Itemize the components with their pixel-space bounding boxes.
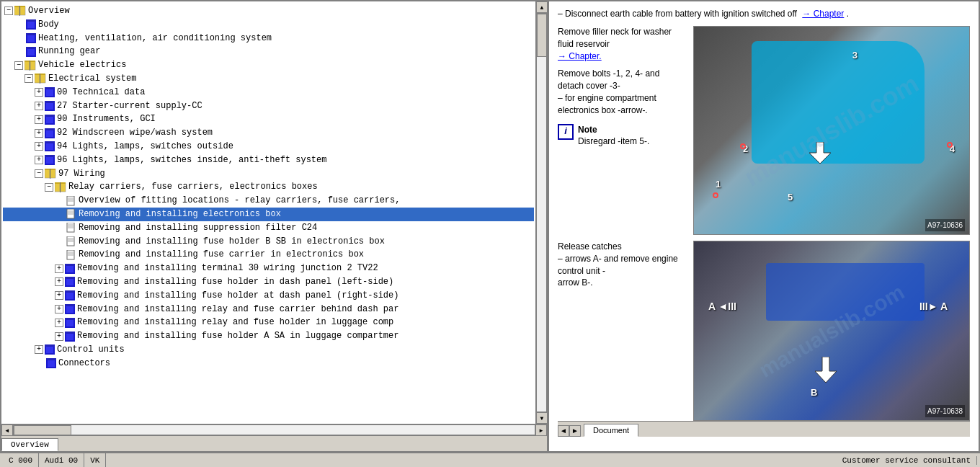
blue-icon-00-tech bbox=[45, 87, 55, 97]
expand-icon-removing-fuse-left[interactable]: + bbox=[55, 277, 63, 286]
tree-label-94-lights-out: 94 Lights, lamps, switches outside bbox=[57, 141, 233, 153]
blue-icon-removing-relay-lug bbox=[65, 318, 75, 328]
tree-item-relay-carriers[interactable]: − Relay carriers, fuse carriers, electro… bbox=[3, 180, 534, 194]
doc-icon-removing-elec-box bbox=[66, 209, 76, 219]
tree-item-removing-relay-lug[interactable]: + Removing and installing relay and fuse… bbox=[3, 316, 534, 329]
tree-item-96-lights-in[interactable]: + 96 Lights, lamps, switches inside, ant… bbox=[3, 154, 534, 167]
scroll-right-button[interactable]: ► bbox=[535, 424, 547, 436]
step1-link[interactable]: → Chapter. bbox=[558, 51, 602, 61]
tree-item-running[interactable]: Running gear bbox=[3, 45, 534, 58]
tree-item-removing-fuse-carrier[interactable]: Removing and installing fuse carrier in … bbox=[3, 248, 534, 262]
svg-rect-60 bbox=[67, 223, 74, 232]
tree-item-removing-fuse-right[interactable]: + Removing and installing fuse holder at… bbox=[3, 289, 534, 303]
expand-icon-relay-carriers[interactable]: − bbox=[45, 183, 53, 192]
tree-item-97-wiring[interactable]: − 97 Wiring bbox=[3, 167, 534, 181]
svg-rect-41 bbox=[45, 155, 55, 157]
expand-icon-96-lights-in[interactable]: + bbox=[35, 156, 43, 164]
note-icon: i bbox=[558, 124, 574, 140]
engine-image-bottom: A ◄III III► A B A97-10638 manualslib.com bbox=[693, 241, 970, 421]
tree-item-27-starter[interactable]: + 27 Starter-current supply-CC bbox=[3, 99, 534, 113]
tree-item-elec-system[interactable]: − Electrical system bbox=[3, 72, 534, 86]
bolt-marker-2 bbox=[740, 143, 746, 149]
svg-rect-92 bbox=[45, 344, 55, 347]
tree-item-90-inst[interactable]: + 90 Instruments, GCI bbox=[3, 112, 534, 126]
book-icon-relay-carriers bbox=[55, 182, 66, 192]
expand-icon-removing-relay-dash[interactable]: + bbox=[55, 305, 63, 313]
tree-label-removing-fuse-carrier: Removing and installing fuse carrier in … bbox=[79, 249, 364, 261]
tree-item-92-wiper[interactable]: + 92 Windscreen wipe/wash system bbox=[3, 126, 534, 140]
expand-icon-elec-system[interactable]: − bbox=[24, 74, 33, 83]
expand-icon-92-wiper[interactable]: + bbox=[35, 129, 43, 138]
svg-rect-25 bbox=[46, 89, 53, 96]
tree-item-removing-suppress[interactable]: Removing and installing suppression filt… bbox=[3, 221, 534, 235]
tree-label-connectors: Connectors bbox=[58, 357, 110, 370]
nav-controls: ◄ ► bbox=[558, 425, 581, 437]
expand-icon-94-lights-out[interactable]: + bbox=[35, 142, 43, 151]
tree-label-removing-elec-box: Removing and installing electronics box bbox=[79, 208, 281, 221]
chapter-link[interactable]: → Chapter bbox=[802, 9, 844, 19]
tree-label-body: Body bbox=[38, 19, 59, 31]
vertical-scrollbar[interactable]: ▲ ▼ bbox=[535, 1, 547, 424]
scroll-down-button[interactable]: ▼ bbox=[536, 412, 547, 424]
svg-rect-16 bbox=[24, 61, 30, 62]
horizontal-scrollbar[interactable]: ◄ ► bbox=[1, 424, 547, 435]
scroll-thumb[interactable] bbox=[537, 14, 547, 57]
tree-item-overview[interactable]: − Overview bbox=[3, 4, 534, 18]
scroll-track bbox=[536, 13, 547, 412]
svg-rect-79 bbox=[66, 292, 74, 299]
expand-icon-removing-fuse-right[interactable]: + bbox=[55, 291, 63, 300]
tab-overview[interactable]: Overview bbox=[1, 438, 58, 451]
expand-icon-removing-relay-lug[interactable]: + bbox=[55, 319, 63, 327]
nav-prev-button[interactable]: ◄ bbox=[558, 425, 569, 437]
scroll-left-button[interactable]: ◄ bbox=[1, 424, 13, 436]
tree-label-control-units: Control units bbox=[57, 344, 125, 356]
tab-document[interactable]: Document bbox=[584, 424, 638, 437]
tree-label-overview-fitting: Overview of fitting locations - relay ca… bbox=[79, 195, 400, 207]
svg-rect-19 bbox=[35, 74, 40, 83]
expand-icon-00-tech[interactable]: + bbox=[35, 88, 43, 97]
tree-item-electrics[interactable]: − Vehicle electrics bbox=[3, 58, 534, 72]
tree-item-control-units[interactable]: + Control units bbox=[3, 343, 534, 357]
svg-rect-26 bbox=[45, 87, 55, 89]
h-scroll-thumb[interactable] bbox=[14, 425, 71, 435]
tree-item-body[interactable]: Body bbox=[3, 18, 534, 32]
tree-label-removing-terminal30: Removing and installing terminal 30 wiri… bbox=[77, 262, 378, 275]
expand-icon-removing-fuse-a-sa[interactable]: + bbox=[55, 332, 63, 341]
svg-rect-32 bbox=[45, 115, 55, 117]
expand-icon-removing-terminal30[interactable]: + bbox=[55, 264, 63, 273]
svg-rect-1 bbox=[20, 6, 25, 15]
tree-item-connectors[interactable]: Connectors bbox=[3, 357, 534, 370]
arrow-b-indicator bbox=[815, 357, 837, 386]
tree-item-overview-fitting[interactable]: Overview of fitting locations - relay ca… bbox=[3, 194, 534, 208]
tree-item-removing-elec-box[interactable]: Removing and installing electronics box bbox=[3, 208, 534, 221]
svg-rect-38 bbox=[45, 141, 55, 143]
tree-item-removing-fuse-b-sb[interactable]: Removing and installing fuse holder B SB… bbox=[3, 235, 534, 249]
expand-icon-control-units[interactable]: + bbox=[35, 345, 43, 354]
expand-icon-97-wiring[interactable]: − bbox=[35, 169, 43, 178]
tree-item-removing-fuse-left[interactable]: + Removing and installing fuse holder in… bbox=[3, 275, 534, 289]
blue-icon-90-inst bbox=[45, 115, 55, 125]
expand-icon-electrics[interactable]: − bbox=[14, 61, 23, 70]
expand-icon-90-inst[interactable]: + bbox=[35, 115, 43, 124]
blue-icon-removing-fuse-a-sa bbox=[65, 332, 75, 342]
svg-rect-14 bbox=[24, 61, 30, 70]
expand-icon-27-starter[interactable]: + bbox=[35, 102, 43, 110]
tree-item-removing-fuse-a-sa[interactable]: + Removing and installing fuse holder A … bbox=[3, 329, 534, 343]
tree-item-00-tech[interactable]: + 00 Technical data bbox=[3, 86, 534, 99]
note-container: i Note Disregard -item 5-. bbox=[558, 124, 687, 148]
tree-item-removing-terminal30[interactable]: + Removing and installing terminal 30 wi… bbox=[3, 262, 534, 275]
engine-image-top: 1 2 3 4 5 A97-10636 ma bbox=[693, 26, 970, 235]
expand-icon-overview[interactable]: − bbox=[4, 6, 13, 15]
nav-next-button[interactable]: ► bbox=[569, 425, 581, 437]
right-tab-bar: ◄ ► Document bbox=[558, 421, 970, 437]
tree-item-hvac[interactable]: Heating, ventilation, air conditioning s… bbox=[3, 32, 534, 45]
tree-item-94-lights-out[interactable]: + 94 Lights, lamps, switches outside bbox=[3, 140, 534, 154]
status-vehicle-text: Audi 00 bbox=[45, 456, 78, 465]
svg-rect-56 bbox=[67, 209, 74, 218]
scroll-up-button[interactable]: ▲ bbox=[536, 1, 547, 13]
arrow-a-left: A ◄III bbox=[708, 299, 736, 314]
image-ref-2: A97-10638 bbox=[925, 405, 965, 417]
note-label: Note bbox=[578, 124, 649, 136]
svg-marker-97 bbox=[815, 357, 837, 383]
tree-item-removing-relay-dash[interactable]: + Removing and installing relay and fuse… bbox=[3, 303, 534, 316]
